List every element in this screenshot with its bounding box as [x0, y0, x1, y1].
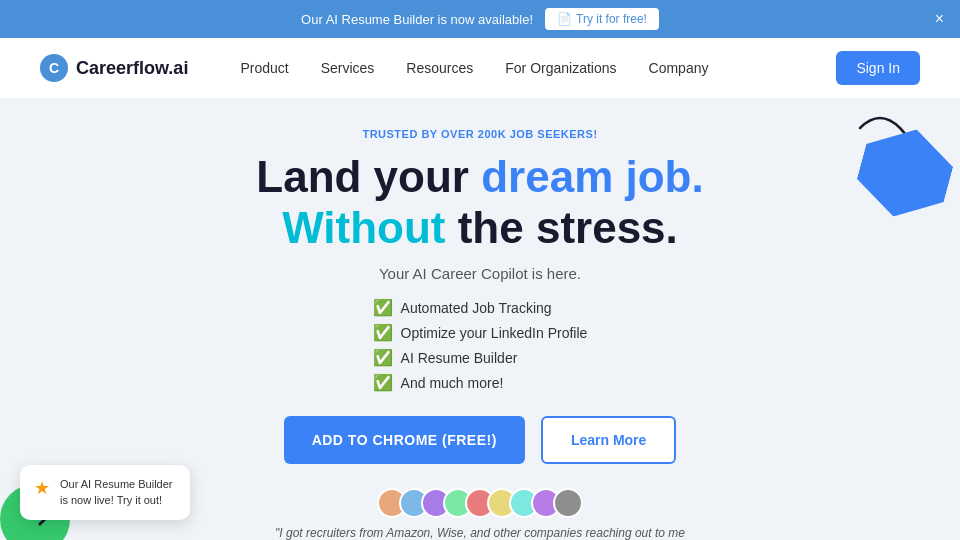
toast-star-icon: ★ [34, 477, 50, 499]
avatar-group [377, 488, 583, 518]
headline-without: Without [282, 203, 445, 252]
nav-resources[interactable]: Resources [394, 52, 485, 84]
signin-button[interactable]: Sign In [836, 51, 920, 85]
deco-top-right [800, 98, 960, 262]
headline-dream: dream job. [481, 152, 704, 201]
hero-subtext: Your AI Career Copilot is here. [256, 265, 703, 282]
document-icon: 📄 [557, 12, 572, 26]
nav-product[interactable]: Product [228, 52, 300, 84]
trusted-highlight: 200K [478, 128, 506, 140]
toast-message: Our AI Resume Builder is now live! Try i… [60, 477, 176, 508]
avatar-9 [553, 488, 583, 518]
logo-name: Careerflow.ai [76, 58, 188, 79]
top-banner: Our AI Resume Builder is now available! … [0, 0, 960, 38]
trusted-pre: TRUSTED BY OVER [362, 128, 477, 140]
feature-item-1: ✅ Automated Job Tracking [373, 298, 552, 317]
hero-headline: Land your dream job. Without the stress. [256, 152, 703, 253]
learn-more-button[interactable]: Learn More [541, 416, 676, 464]
banner-text: Our AI Resume Builder is now available! [301, 12, 533, 27]
toast-notification: ★ Our AI Resume Builder is now live! Try… [20, 465, 190, 520]
feature-label-2: Optimize your LinkedIn Profile [401, 325, 588, 341]
feature-label-4: And much more! [401, 375, 504, 391]
trusted-post: JOB SEEKERS! [506, 128, 597, 140]
feature-item-4: ✅ And much more! [373, 373, 504, 392]
check-icon-3: ✅ [373, 348, 393, 367]
navbar: C Careerflow.ai Product Services Resourc… [0, 38, 960, 98]
social-proof: "I got recruiters from Amazon, Wise, and… [256, 488, 703, 540]
testimonial-text: "I got recruiters from Amazon, Wise, and… [270, 526, 690, 540]
feature-label-3: AI Resume Builder [401, 350, 518, 366]
add-to-chrome-button[interactable]: ADD TO CHROME (FREE!) [284, 416, 525, 464]
feature-label-1: Automated Job Tracking [401, 300, 552, 316]
logo-icon: C [40, 54, 68, 82]
headline-stress: the stress. [445, 203, 677, 252]
try-free-button[interactable]: 📄 Try it for free! [545, 8, 659, 30]
nav-organizations[interactable]: For Organizations [493, 52, 628, 84]
check-icon-2: ✅ [373, 323, 393, 342]
check-icon-4: ✅ [373, 373, 393, 392]
nav-company[interactable]: Company [637, 52, 721, 84]
nav-links: Product Services Resources For Organizat… [228, 52, 836, 84]
headline-land: Land your [256, 152, 481, 201]
hero-section: TRUSTED BY OVER 200K JOB SEEKERS! Land y… [256, 128, 703, 540]
feature-list: ✅ Automated Job Tracking ✅ Optimize your… [373, 298, 588, 392]
nav-services[interactable]: Services [309, 52, 387, 84]
feature-item-3: ✅ AI Resume Builder [373, 348, 518, 367]
logo-link[interactable]: C Careerflow.ai [40, 54, 188, 82]
feature-item-2: ✅ Optimize your LinkedIn Profile [373, 323, 588, 342]
try-free-label: Try it for free! [576, 12, 647, 26]
cta-buttons: ADD TO CHROME (FREE!) Learn More [256, 416, 703, 464]
trusted-badge: TRUSTED BY OVER 200K JOB SEEKERS! [256, 128, 703, 140]
banner-close-button[interactable]: × [935, 11, 944, 27]
check-icon-1: ✅ [373, 298, 393, 317]
